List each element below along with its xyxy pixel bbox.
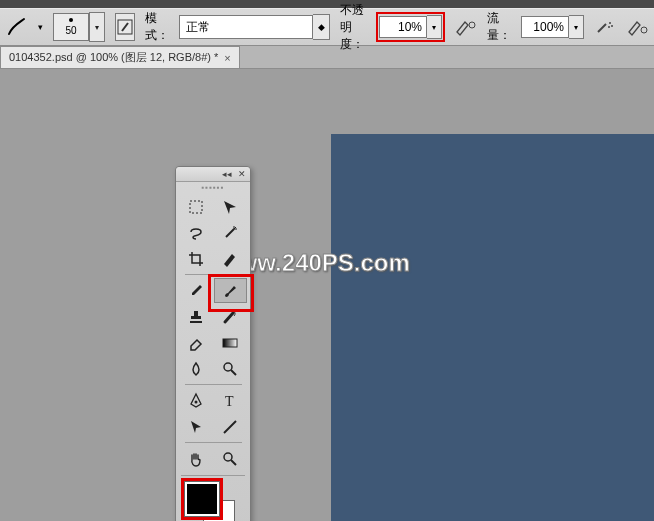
select-arrow-icon[interactable]: ◆ — [313, 14, 330, 40]
tablet-pressure-opacity-button[interactable] — [455, 14, 477, 40]
gradient-tool[interactable] — [214, 330, 247, 355]
svg-point-3 — [611, 25, 613, 27]
opacity-field[interactable]: 10% ▾ — [379, 15, 442, 39]
document-tab-title: 0104352.psd @ 100% (图层 12, RGB/8#) * — [9, 50, 218, 65]
flow-arrow-icon[interactable]: ▾ — [569, 15, 584, 39]
svg-point-1 — [469, 22, 475, 28]
opacity-label: 不透明度： — [340, 2, 366, 53]
svg-rect-7 — [223, 339, 237, 347]
path-select-tool[interactable] — [180, 414, 213, 439]
move-tool[interactable] — [214, 194, 247, 219]
brush-size-value: 50 — [65, 26, 76, 36]
tablet-pressure-size-button[interactable] — [626, 14, 648, 40]
hand-tool[interactable] — [180, 446, 213, 471]
zoom-tool[interactable] — [214, 446, 247, 471]
eraser-tool[interactable] — [180, 330, 213, 355]
opacity-value: 10% — [398, 20, 422, 34]
grip-icon[interactable]: ▪▪▪▪▪▪ — [176, 182, 250, 192]
lasso-tool[interactable] — [180, 220, 213, 245]
tools-panel-header[interactable]: ◂◂ ✕ — [176, 167, 250, 182]
tool-grid: T — [176, 192, 250, 473]
airbrush-button[interactable] — [594, 14, 616, 40]
brush-preview-icon[interactable] — [6, 14, 28, 40]
slice-tool[interactable] — [214, 246, 247, 271]
svg-point-4 — [608, 26, 610, 28]
brush-size-control[interactable]: 50 ▾ — [53, 12, 105, 42]
svg-point-5 — [641, 27, 647, 33]
opacity-arrow-icon[interactable]: ▾ — [427, 15, 442, 39]
history-brush-tool[interactable] — [214, 304, 247, 329]
opacity-highlight: 10% ▾ — [376, 12, 445, 42]
dropdown-arrow-icon[interactable]: ▾ — [38, 22, 43, 32]
eyedropper-tool[interactable] — [180, 278, 213, 303]
pen-tool[interactable] — [180, 388, 213, 413]
flow-field[interactable]: 100% ▾ — [521, 15, 584, 39]
flow-label: 流量： — [487, 10, 511, 44]
magic-wand-tool[interactable] — [214, 220, 247, 245]
svg-rect-6 — [190, 201, 202, 213]
brush-panel-toggle-button[interactable] — [115, 13, 135, 41]
blur-tool[interactable] — [180, 356, 213, 381]
type-tool[interactable]: T — [214, 388, 247, 413]
close-icon[interactable]: × — [224, 52, 230, 64]
foreground-swatch[interactable] — [185, 482, 219, 516]
app-top-strip — [0, 0, 654, 8]
line-tool[interactable] — [214, 414, 247, 439]
svg-point-9 — [195, 400, 198, 403]
options-bar: ▾ 50 ▾ 模式： 正常 ◆ 不透明度： 10% ▾ 流量： 100% ▾ — [0, 8, 654, 46]
svg-point-8 — [224, 363, 232, 371]
document-tab-bar: 0104352.psd @ 100% (图层 12, RGB/8#) * × — [0, 46, 654, 69]
blend-mode-value: 正常 — [186, 19, 210, 36]
dodge-tool[interactable] — [214, 356, 247, 381]
svg-point-2 — [609, 22, 611, 24]
panel-close-icon[interactable]: ✕ — [238, 169, 246, 179]
crop-tool[interactable] — [180, 246, 213, 271]
document-canvas[interactable] — [331, 134, 654, 521]
tools-panel: ◂◂ ✕ ▪▪▪▪▪▪ — [175, 166, 251, 521]
stamp-tool[interactable] — [180, 304, 213, 329]
brush-tool[interactable] — [214, 278, 247, 303]
svg-point-11 — [224, 453, 232, 461]
flow-value: 100% — [533, 20, 564, 34]
blend-mode-select[interactable]: 正常 ◆ — [179, 14, 330, 40]
collapse-icon[interactable]: ◂◂ — [222, 169, 232, 179]
svg-text:T: T — [225, 394, 234, 409]
document-tab[interactable]: 0104352.psd @ 100% (图层 12, RGB/8#) * × — [0, 46, 240, 68]
brush-dot-icon — [69, 18, 73, 22]
marquee-tool[interactable] — [180, 194, 213, 219]
brush-size-arrow-icon[interactable]: ▾ — [89, 12, 105, 42]
color-swatches — [181, 478, 245, 521]
work-area: www.240PS.com ◂◂ ✕ ▪▪▪▪▪▪ — [0, 69, 654, 521]
mode-label: 模式： — [145, 10, 169, 44]
